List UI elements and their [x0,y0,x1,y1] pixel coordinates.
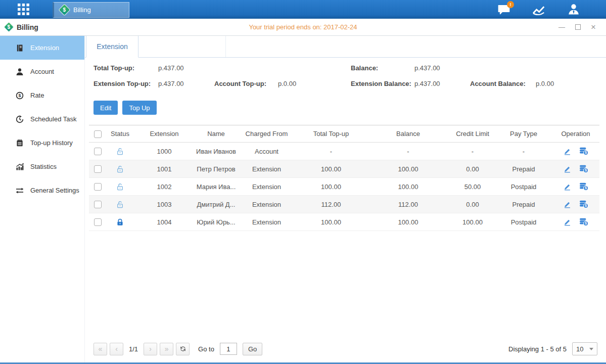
col-balance: Balance [366,125,450,143]
row-checkbox[interactable] [94,165,102,173]
rate-icon: $ [16,92,24,100]
billing-app-tab-label: Billing [73,6,91,14]
messages-icon[interactable]: ! [498,4,510,15]
next-page-button[interactable]: › [144,343,157,355]
balance-value: p.437.00 [414,64,470,72]
billing-summary: Total Top-up: p.437.00 Balance: p.437.00… [94,64,599,87]
maximize-icon[interactable] [575,24,581,30]
cell-name: Иван Иванов [195,143,238,160]
page-size-select[interactable]: 10 [572,342,597,355]
sidebar-item-topup-history[interactable]: Top-up History [0,131,84,155]
sidebar-item-statistics[interactable]: Statistics [0,155,84,178]
topup-row-icon[interactable]: $ [579,183,588,191]
col-status: Status [106,125,134,143]
billing-window-icon: $ [4,22,14,32]
goto-label: Go to [198,345,214,353]
go-button[interactable]: Go [243,343,262,355]
cell-balance: 100.00 [366,178,450,196]
reports-chart-icon[interactable] [532,4,545,15]
cell-charged-from: Extension [238,178,296,196]
page-size-value: 10 [576,345,583,353]
table-header-row: Status Extension Name Charged From Total… [89,125,599,143]
tab-extension[interactable]: Extension [86,36,138,58]
cell-pay-type: Postpaid [495,178,552,196]
statistics-icon [16,163,24,171]
first-page-button[interactable]: « [94,343,107,355]
sidebar-item-label: Top-up History [30,139,73,147]
row-checkbox[interactable] [94,148,102,155]
cell-total-topup: 100.00 [296,160,366,178]
cell-balance: 100.00 [366,160,450,178]
edit-row-icon[interactable] [564,147,571,155]
tab-bar: Extension [85,36,606,58]
close-icon[interactable]: × [591,23,596,31]
top-up-button[interactable]: Top Up [122,101,156,115]
topup-row-icon[interactable]: $ [579,165,588,173]
row-checkbox[interactable] [94,201,102,208]
col-credit-limit: Credit Limit [450,125,495,143]
cell-pay-type: Prepaid [495,160,552,178]
total-topup-label: Total Top-up: [94,64,158,72]
user-account-icon[interactable] [568,4,580,15]
cell-extension: 1002 [134,178,195,196]
unlocked-icon [116,182,124,190]
topup-row-icon[interactable]: $ [579,200,588,209]
billing-app-tab[interactable]: $ Billing [53,2,129,18]
cell-balance: 112.00 [366,196,450,213]
edit-row-icon[interactable] [564,200,571,208]
edit-row-icon[interactable] [564,183,571,191]
sidebar-item-label: Scheduled Task [30,115,77,123]
table-body: 1000Иван ИвановAccount----$1001Петр Петр… [89,143,599,231]
refresh-button[interactable] [176,343,190,355]
sidebar-item-general-settings[interactable]: General Settings [0,178,84,202]
notification-badge: ! [507,1,514,8]
col-pay-type: Pay Type [495,125,552,143]
trial-message: Your trial period ends on: 2017-02-24 [111,23,495,31]
cell-extension: 1001 [134,160,195,178]
goto-page-input[interactable] [220,343,237,355]
extension-balance-value: p.437.00 [414,80,470,87]
cell-total-topup: 112.00 [296,196,366,213]
cell-pay-type: Prepaid [495,196,552,213]
topup-history-icon [16,139,24,147]
cell-extension: 1000 [134,143,195,160]
account-topup-value: p.0.00 [278,80,351,87]
edit-button[interactable]: Edit [94,101,118,115]
row-checkbox[interactable] [94,183,102,191]
svg-text:$: $ [585,187,587,191]
sidebar-item-account[interactable]: Account [0,60,84,83]
sidebar-item-rate[interactable]: $ Rate [0,83,84,107]
col-operation: Operation [552,125,599,143]
cell-charged-from: Extension [238,160,296,178]
edit-row-icon[interactable] [564,165,571,173]
row-checkbox[interactable] [94,218,102,226]
tab-spacer [138,36,226,57]
sidebar-item-label: Account [30,68,54,75]
select-all-checkbox[interactable] [94,130,102,138]
edit-row-icon[interactable] [564,218,571,226]
account-topup-label: Account Top-up: [214,80,278,87]
unlocked-icon [116,147,124,154]
pagination-bar: « ‹ 1/1 › » Go to Go Displaying 1 - 5 of… [94,342,597,355]
col-charged-from: Charged From [238,125,296,143]
prev-page-button[interactable]: ‹ [110,343,123,355]
cell-charged-from: Account [238,143,296,160]
cell-name: Мария Ива... [195,178,238,196]
extension-balance-label: Extension Balance: [351,80,414,87]
extension-topup-label: Extension Top-up: [94,80,158,87]
scheduled-task-icon [16,115,24,123]
sidebar-item-scheduled-task[interactable]: Scheduled Task [0,107,84,131]
unlocked-icon [116,164,124,172]
cell-name: Петр Петров [195,160,238,178]
minimize-icon[interactable]: — [558,24,565,30]
cell-total-topup: - [296,143,366,160]
table-row: 1000Иван ИвановAccount----$ [89,143,599,160]
cell-total-topup: 100.00 [296,213,366,231]
last-page-button[interactable]: » [160,343,173,355]
cell-name: Юрий Юрь... [195,213,238,231]
topup-row-icon[interactable]: $ [579,147,588,156]
app-grid-icon[interactable] [18,3,31,16]
sidebar-item-extension[interactable]: Extension [0,36,84,60]
extensions-table: Status Extension Name Charged From Total… [89,125,599,231]
topup-row-icon[interactable]: $ [579,218,588,226]
